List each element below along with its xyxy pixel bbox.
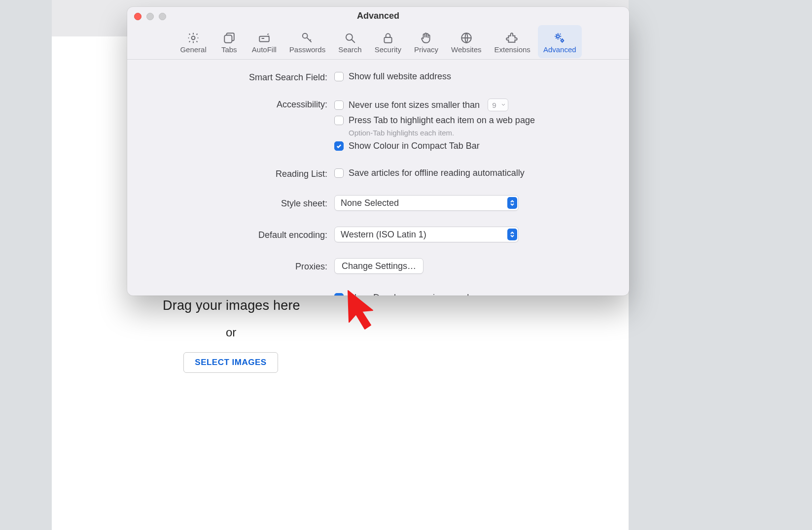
advanced-gears-icon xyxy=(553,31,566,45)
label-accessibility: Accessibility: xyxy=(145,99,327,110)
style-sheet-popup[interactable]: None Selected xyxy=(334,195,519,211)
preferences-toolbar: General Tabs AutoFill Passwords Search xyxy=(127,25,629,60)
change-proxies-button[interactable]: Change Settings… xyxy=(334,258,424,274)
label-style-sheet: Style sheet: xyxy=(145,198,327,209)
option-min-font-size: Never use font sizes smaller than xyxy=(349,100,480,110)
hint-press-tab: Option-Tab highlights each item. xyxy=(349,129,611,137)
autofill-icon xyxy=(258,31,271,45)
key-icon xyxy=(301,31,314,45)
lock-icon xyxy=(382,31,394,45)
gear-icon xyxy=(187,31,200,45)
label-proxies: Proxies: xyxy=(145,261,327,272)
svg-point-0 xyxy=(192,36,195,40)
label-default-encoding: Default encoding: xyxy=(145,229,327,240)
svg-point-4 xyxy=(346,34,353,40)
label-reading-list: Reading List: xyxy=(145,168,327,179)
checkbox-press-tab[interactable] xyxy=(334,116,344,125)
tab-passwords[interactable]: Passwords xyxy=(284,25,331,58)
tab-label: AutoFill xyxy=(252,45,277,54)
min-font-size-stepper[interactable]: 9 xyxy=(488,99,508,111)
option-show-colour: Show Colour in Compact Tab Bar xyxy=(349,141,480,151)
svg-point-8 xyxy=(561,39,563,41)
checkbox-show-develop[interactable] xyxy=(334,293,344,296)
svg-rect-5 xyxy=(384,37,391,43)
preferences-window: Advanced General Tabs AutoFill Passwords xyxy=(127,7,629,296)
tab-websites[interactable]: Websites xyxy=(446,25,487,58)
default-encoding-value: Western (ISO Latin 1) xyxy=(341,230,426,240)
updown-icon xyxy=(507,229,517,240)
window-titlebar: Advanced xyxy=(127,7,629,25)
tab-label: Tabs xyxy=(221,45,237,54)
advanced-content: Smart Search Field: Show full website ad… xyxy=(127,60,629,296)
select-images-button[interactable]: SELECT IMAGES xyxy=(183,352,278,373)
tab-label: Advanced xyxy=(543,45,576,54)
style-sheet-value: None Selected xyxy=(341,198,399,208)
tab-search[interactable]: Search xyxy=(333,25,367,58)
label-smart-search: Smart Search Field: xyxy=(145,71,327,83)
or-text: or xyxy=(226,326,236,339)
checkbox-save-offline[interactable] xyxy=(334,168,344,178)
minimize-window-button[interactable] xyxy=(146,13,154,20)
close-window-button[interactable] xyxy=(134,13,141,20)
check-icon xyxy=(336,295,342,296)
tab-label: Privacy xyxy=(414,45,438,54)
search-icon xyxy=(344,31,356,45)
zoom-window-button[interactable] xyxy=(159,13,166,20)
tab-label: Passwords xyxy=(289,45,325,54)
tab-label: General xyxy=(180,45,206,54)
option-show-full-address: Show full website address xyxy=(349,71,451,82)
chevron-down-icon xyxy=(501,102,506,107)
tab-tabs[interactable]: Tabs xyxy=(214,25,245,58)
tab-advanced[interactable]: Advanced xyxy=(538,25,582,58)
tab-security[interactable]: Security xyxy=(369,25,407,58)
checkbox-show-full-address[interactable] xyxy=(334,72,344,81)
option-save-offline: Save articles for offline reading automa… xyxy=(349,168,525,178)
drag-images-text: Drag your images here xyxy=(163,298,300,313)
check-icon xyxy=(336,143,342,149)
tab-general[interactable]: General xyxy=(175,25,212,58)
tab-extensions[interactable]: Extensions xyxy=(489,25,536,58)
tab-label: Extensions xyxy=(494,45,530,54)
svg-rect-1 xyxy=(224,35,232,43)
globe-icon xyxy=(460,31,473,45)
checkbox-show-colour[interactable] xyxy=(334,141,344,151)
tab-label: Websites xyxy=(451,45,481,54)
updown-icon xyxy=(507,197,517,209)
default-encoding-popup[interactable]: Western (ISO Latin 1) xyxy=(334,227,519,242)
checkbox-min-font-size[interactable] xyxy=(334,100,344,110)
tabs-icon xyxy=(223,31,236,45)
min-font-size-value: 9 xyxy=(492,101,496,109)
puzzle-icon xyxy=(506,31,519,45)
window-title: Advanced xyxy=(357,11,399,21)
svg-rect-2 xyxy=(259,36,269,42)
tab-label: Search xyxy=(338,45,362,54)
tab-label: Security xyxy=(375,45,401,54)
hand-icon xyxy=(420,31,432,45)
option-press-tab: Press Tab to highlight each item on a we… xyxy=(349,115,535,126)
svg-point-7 xyxy=(557,35,560,38)
option-show-develop: Show Develop menu in menu bar xyxy=(349,293,480,296)
tab-privacy[interactable]: Privacy xyxy=(409,25,444,58)
tab-autofill[interactable]: AutoFill xyxy=(247,25,282,58)
